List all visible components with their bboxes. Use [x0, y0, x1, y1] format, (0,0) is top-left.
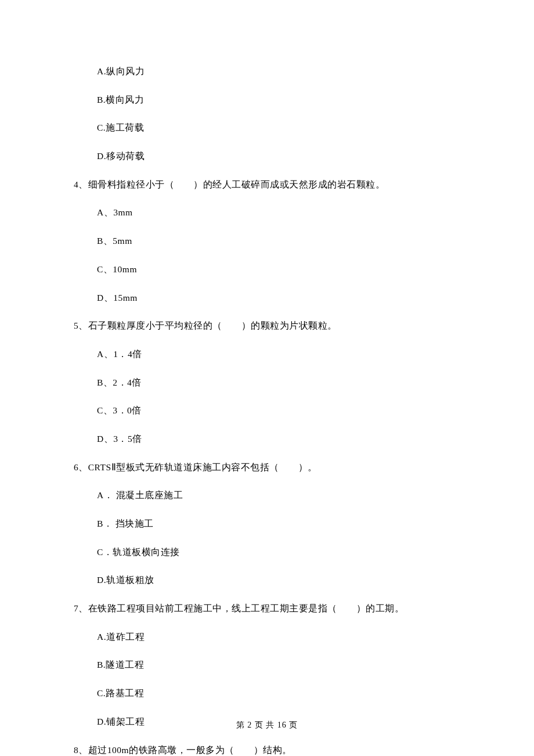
q3-option-c: C.施工荷载: [74, 121, 460, 134]
q3-option-d: D.移动荷载: [74, 150, 460, 163]
q6-option-a: A． 混凝土底座施工: [74, 489, 460, 502]
q5-option-d: D、3．5倍: [74, 433, 460, 445]
q7-option-a: A.道砟工程: [74, 631, 460, 643]
q7-option-b: B.隧道工程: [74, 658, 460, 671]
q5-option-c: C、3．0倍: [74, 404, 460, 417]
q5-option-a: A、1．4倍: [74, 348, 460, 361]
q7-option-c: C.路基工程: [74, 687, 460, 700]
q8-text: 8、超过100m的铁路高墩，一般多为（ ）结构。: [74, 744, 460, 757]
page-footer: 第 2 页 共 16 页: [0, 720, 534, 730]
document-content: A.纵向风力 B.横向风力 C.施工荷载 D.移动荷载 4、细骨料指粒径小于（ …: [0, 0, 534, 756]
q7-text: 7、在铁路工程项目站前工程施工中，线上工程工期主要是指（ ）的工期。: [74, 602, 460, 615]
q5-text: 5、石子颗粒厚度小于平均粒径的（ ）的颗粒为片状颗粒。: [74, 319, 460, 332]
q3-option-b: B.横向风力: [74, 93, 460, 106]
q4-text: 4、细骨料指粒径小于（ ）的经人工破碎而成或天然形成的岩石颗粒。: [74, 178, 460, 191]
q5-option-b: B、2．4倍: [74, 376, 460, 389]
q6-option-b: B． 挡块施工: [74, 517, 460, 530]
q4-option-b: B、5mm: [74, 235, 460, 247]
q4-option-c: C、10mm: [74, 263, 460, 276]
q4-option-a: A、3mm: [74, 206, 460, 219]
q6-option-d: D.轨道板粗放: [74, 574, 460, 586]
q4-option-d: D、15mm: [74, 291, 460, 304]
q3-option-a: A.纵向风力: [74, 65, 460, 78]
q6-text: 6、CRTSⅡ型板式无砟轨道道床施工内容不包括（ ）。: [74, 461, 460, 474]
q6-option-c: C．轨道板横向连接: [74, 546, 460, 559]
